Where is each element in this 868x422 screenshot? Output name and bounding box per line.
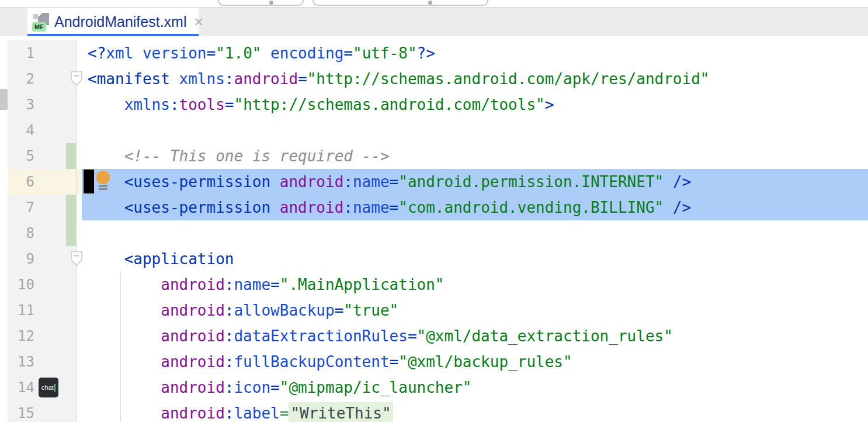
code-text[interactable]: <uses-permission android:name="com.andro… <box>88 195 868 220</box>
code-token: /> <box>673 173 691 191</box>
code-token <box>133 44 143 62</box>
code-line: 9 <application <box>8 246 868 272</box>
line-number: 2 <box>26 66 34 92</box>
line-number-gutter[interactable]: 2 <box>8 66 77 92</box>
line-number: 7 <box>26 195 34 220</box>
code-token: <uses-permission <box>124 173 270 191</box>
code-token: android <box>161 353 225 371</box>
line-number: 8 <box>26 220 34 246</box>
line-number-gutter[interactable]: 13 <box>8 349 77 375</box>
code-token: android <box>234 70 298 88</box>
line-number: 9 <box>26 246 34 272</box>
code-token: xmlns <box>179 70 225 88</box>
code-token: "@xml/data_extraction_rules" <box>417 327 673 345</box>
line-number-gutter[interactable]: 15 <box>8 400 77 422</box>
code-text[interactable]: <!-- This one is required --> <box>88 143 868 169</box>
code-token: android <box>161 404 225 422</box>
code-token: "utf-8" <box>353 44 417 62</box>
code-text[interactable]: xmlns:tools="http://schemas.android.com/… <box>88 92 868 117</box>
line-number-gutter[interactable]: 5 <box>8 143 77 169</box>
code-token: = <box>343 44 353 62</box>
code-token: <application <box>124 250 234 268</box>
code-token: <manifest <box>88 70 170 88</box>
code-line: 7 <uses-permission android:name="com.and… <box>8 195 868 220</box>
code-line: 6 <uses-permission android:name="android… <box>8 169 868 195</box>
code-line: 3 xmlns:tools="http://schemas.android.co… <box>8 92 868 117</box>
code-token <box>664 199 673 216</box>
intention-bulb-icon[interactable] <box>96 171 110 189</box>
tab-androidmanifest-xml[interactable]: MF AndroidManifest.xml ✕ <box>27 8 199 36</box>
line-number-gutter[interactable]: 6 <box>8 169 77 195</box>
change-marker <box>66 195 76 220</box>
code-token: android <box>161 379 225 396</box>
code-token: ".MainApplication" <box>280 276 445 293</box>
code-token: version <box>143 44 207 62</box>
code-token: name <box>353 199 390 216</box>
code-text[interactable]: <?xml version="1.0" encoding="utf-8"?> <box>88 40 868 66</box>
code-token: "WriteThis" <box>289 402 393 422</box>
fold-column <box>77 246 88 272</box>
line-number-gutter[interactable]: 4 <box>8 117 77 143</box>
line-number-gutter[interactable]: 9 <box>8 246 77 272</box>
code-token: "http://schemas.android.com/apk/res/andr… <box>307 70 710 88</box>
code-token: name <box>234 276 270 293</box>
manifest-icon-badge: MF <box>32 22 46 32</box>
code-token: android <box>161 276 225 293</box>
code-line: 4 <box>8 117 868 143</box>
code-text[interactable] <box>88 220 868 246</box>
line-number-gutter[interactable]: 10 <box>8 272 77 298</box>
code-text[interactable]: <application <box>88 246 868 272</box>
code-token: "@xml/backup_rules" <box>398 353 572 371</box>
code-token: : <box>225 379 234 396</box>
fold-marker-icon[interactable] <box>70 71 83 87</box>
fold-column <box>77 40 88 66</box>
line-number: 4 <box>26 117 34 143</box>
code-text[interactable]: <manifest xmlns:android="http://schemas.… <box>88 66 868 92</box>
line-number-gutter[interactable]: 12 <box>8 323 77 349</box>
line-number-gutter[interactable]: 14chat <box>8 375 77 400</box>
line-number: 3 <box>26 92 34 117</box>
code-text[interactable] <box>88 117 868 143</box>
code-text[interactable]: <uses-permission android:name="android.p… <box>88 169 868 195</box>
code-token: "@mipmap/ic_launcher" <box>280 379 472 396</box>
code-token: "true" <box>343 302 398 319</box>
code-token: "android.permission.INTERNET" <box>398 173 664 191</box>
toolbar-fragment-dot-icon <box>428 1 432 5</box>
code-token: <!-- This one is required --> <box>124 147 390 165</box>
code-text[interactable]: android:label="WriteThis" <box>88 400 868 422</box>
manifest-file-icon: MF <box>32 13 50 32</box>
code-token: : <box>225 327 234 345</box>
chat-gutter-badge[interactable]: chat <box>39 378 58 397</box>
toolbar-widget-fragment <box>313 0 488 6</box>
line-number-gutter[interactable]: 7 <box>8 195 77 220</box>
line-number: 12 <box>18 323 34 349</box>
code-token: = <box>390 199 399 216</box>
line-number-gutter[interactable]: 11 <box>8 298 77 323</box>
code-text[interactable]: android:fullBackupContent="@xml/backup_r… <box>88 349 868 375</box>
code-token: "1.0" <box>216 44 261 62</box>
code-line: 1<?xml version="1.0" encoding="utf-8"?> <box>8 40 868 66</box>
code-token: : <box>225 353 234 371</box>
code-text[interactable]: android:allowBackup="true" <box>88 298 868 323</box>
code-line: 13 android:fullBackupContent="@xml/backu… <box>8 349 868 375</box>
left-edge-handle <box>0 89 8 110</box>
line-number-gutter[interactable]: 8 <box>8 220 77 246</box>
indent-guide <box>120 272 121 422</box>
line-number-gutter[interactable]: 1 <box>8 40 77 66</box>
code-token: label <box>234 404 279 422</box>
code-token <box>270 199 280 216</box>
line-number: 11 <box>18 298 34 323</box>
code-text[interactable]: android:icon="@mipmap/ic_launcher" <box>88 375 868 400</box>
close-icon[interactable]: ✕ <box>193 16 204 28</box>
code-text[interactable]: android:dataExtractionRules="@xml/data_e… <box>88 323 868 349</box>
line-number-gutter[interactable]: 3 <box>8 92 77 117</box>
fold-marker-icon[interactable] <box>70 251 83 267</box>
change-marker <box>66 143 76 169</box>
code-line: 15 android:label="WriteThis" <box>8 400 868 422</box>
code-text[interactable]: android:name=".MainApplication" <box>88 272 868 298</box>
fold-column <box>77 375 88 400</box>
code-token: android <box>161 302 225 319</box>
code-token: ?> <box>417 44 435 62</box>
code-editor[interactable]: 1<?xml version="1.0" encoding="utf-8"?>2… <box>0 36 868 422</box>
editor-lines: 1<?xml version="1.0" encoding="utf-8"?>2… <box>8 40 868 422</box>
